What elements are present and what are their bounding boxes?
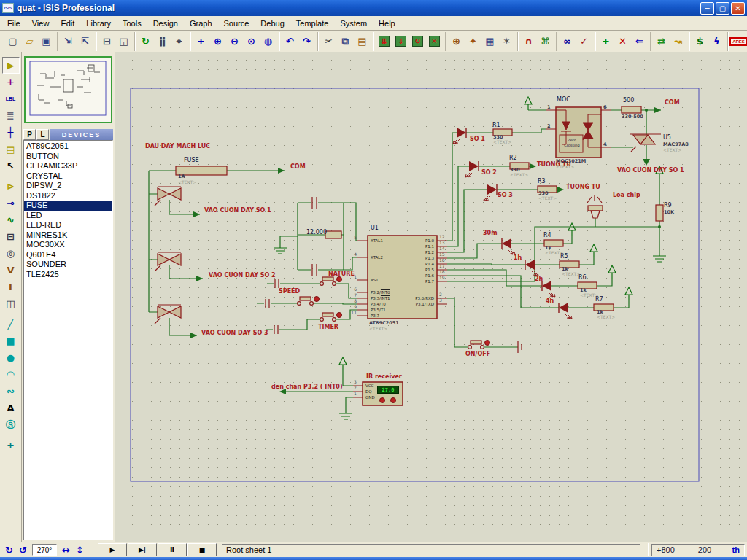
zoom-area-icon[interactable]: ◍ bbox=[260, 33, 276, 50]
pause-button[interactable]: Ⅱ bbox=[158, 543, 187, 556]
menu-debug[interactable]: Debug bbox=[255, 18, 290, 29]
voltage-probe-icon[interactable]: V bbox=[2, 262, 20, 279]
zoom-out-icon[interactable]: ⊖ bbox=[226, 33, 243, 50]
undo-icon[interactable]: ↶ bbox=[282, 33, 298, 50]
arc-2d-icon[interactable]: ◠ bbox=[2, 366, 20, 383]
electrical-rule-check-icon[interactable]: ϟ bbox=[708, 33, 725, 50]
device-list-item[interactable]: CERAMIC33P bbox=[24, 161, 112, 171]
menu-help[interactable]: Help bbox=[373, 18, 401, 29]
property-assignment-icon[interactable]: ✓ bbox=[576, 33, 592, 50]
device-list-item[interactable]: DS1822 bbox=[24, 191, 112, 201]
menu-view[interactable]: View bbox=[26, 18, 55, 29]
mirror-vertical-icon[interactable]: ↕ bbox=[73, 543, 87, 556]
intersheet-terminal-icon[interactable]: ⊳ bbox=[2, 178, 20, 195]
device-list-item[interactable]: FUSE bbox=[24, 201, 112, 211]
ares-netlist-icon[interactable]: ARES bbox=[730, 33, 747, 50]
junction-dot-icon[interactable]: + bbox=[2, 74, 20, 90]
step-button[interactable]: ▶| bbox=[128, 543, 157, 556]
new-file-icon[interactable]: ▢ bbox=[4, 33, 21, 50]
bus-icon[interactable]: ┼ bbox=[2, 124, 20, 141]
copy-block-icon[interactable]: ⇊ bbox=[376, 33, 392, 50]
device-list-item[interactable]: MOC30XX bbox=[24, 240, 112, 250]
rotate-block-icon[interactable]: ↻ bbox=[409, 33, 426, 50]
menu-file[interactable]: File bbox=[1, 18, 26, 29]
new-sheet-icon[interactable]: + bbox=[597, 33, 614, 50]
menu-graph[interactable]: Graph bbox=[184, 18, 218, 29]
pick-device-icon[interactable]: ⊕ bbox=[448, 33, 465, 50]
save-icon[interactable]: ▣ bbox=[38, 33, 55, 50]
menu-source[interactable]: Source bbox=[218, 18, 255, 29]
device-list-item[interactable]: AT89C2051 bbox=[24, 141, 112, 152]
print-icon[interactable]: ⊟ bbox=[98, 33, 115, 50]
menu-edit[interactable]: Edit bbox=[55, 18, 80, 29]
redo-icon[interactable]: ↷ bbox=[298, 33, 315, 50]
menu-template[interactable]: Template bbox=[290, 18, 335, 29]
zoom-all-icon[interactable]: ⊙ bbox=[243, 33, 260, 50]
line-2d-icon[interactable]: ╱ bbox=[2, 316, 20, 332]
close-button[interactable]: ✕ bbox=[731, 2, 745, 15]
delete-block-icon[interactable]: ✕ bbox=[426, 33, 443, 50]
pan-icon[interactable]: + bbox=[193, 33, 209, 50]
graph-mode-icon[interactable]: ∿ bbox=[2, 211, 20, 228]
symbol-2d-icon[interactable]: Ⓢ bbox=[2, 416, 20, 433]
marker-2d-icon[interactable]: + bbox=[2, 437, 20, 454]
origin-icon[interactable]: ⌖ bbox=[171, 33, 187, 50]
schematic-canvas[interactable]: 27.0 DAU DAY MACH LUCCOMVAO CUON DAY SO … bbox=[115, 52, 747, 542]
stop-button[interactable]: ■ bbox=[187, 543, 217, 556]
mirror-horizontal-icon[interactable]: ↔ bbox=[59, 543, 73, 556]
device-list-item[interactable]: SOUNDER bbox=[24, 260, 112, 270]
cut-icon[interactable]: ✂ bbox=[320, 33, 337, 50]
tape-recorder-icon[interactable]: ⊟ bbox=[2, 228, 20, 245]
netlist-icon[interactable]: ⌘ bbox=[537, 33, 554, 50]
menu-design[interactable]: Design bbox=[147, 18, 184, 29]
play-button[interactable]: ▶ bbox=[98, 543, 127, 556]
device-list-item[interactable]: LED-RED bbox=[24, 220, 112, 230]
overview-minimap[interactable] bbox=[24, 56, 112, 123]
text-2d-icon[interactable]: A bbox=[2, 400, 20, 416]
current-probe-icon[interactable]: I bbox=[2, 279, 20, 295]
device-list-item[interactable]: DIPSW_2 bbox=[24, 181, 112, 191]
zoom-in-icon[interactable]: ⊕ bbox=[209, 33, 226, 50]
menu-tools[interactable]: Tools bbox=[117, 18, 147, 29]
device-list-item[interactable]: Q601E4 bbox=[24, 250, 112, 260]
redraw-icon[interactable]: ↻ bbox=[137, 33, 154, 50]
circle-2d-icon[interactable]: ● bbox=[2, 349, 20, 366]
instant-edit-icon[interactable]: ↖ bbox=[2, 158, 20, 174]
menu-system[interactable]: System bbox=[334, 18, 373, 29]
device-list-item[interactable]: MINRES1K bbox=[24, 230, 112, 241]
wire-label-icon[interactable]: LBL bbox=[2, 90, 20, 107]
subcircuit-icon[interactable]: ▤ bbox=[2, 141, 20, 158]
zoom-to-child-icon[interactable]: ↝ bbox=[670, 33, 686, 50]
text-script-icon[interactable]: ≣ bbox=[2, 107, 20, 124]
library-manager-button[interactable]: L bbox=[36, 129, 49, 140]
rotate-cw-icon[interactable]: ↻ bbox=[2, 543, 16, 556]
minimize-button[interactable]: ─ bbox=[700, 2, 714, 15]
move-block-icon[interactable]: ⇓ bbox=[392, 33, 409, 50]
rotate-ccw-icon[interactable]: ↺ bbox=[16, 543, 30, 556]
component-mode-icon[interactable]: ▶ bbox=[2, 57, 20, 74]
maximize-button[interactable]: ▢ bbox=[716, 2, 729, 15]
remove-sheet-icon[interactable]: ✕ bbox=[614, 33, 631, 50]
export-section-icon[interactable]: ⇱ bbox=[77, 33, 93, 50]
device-list-item[interactable]: BUTTON bbox=[24, 152, 112, 162]
menu-library[interactable]: Library bbox=[80, 18, 117, 29]
device-list-item[interactable]: CRYSTAL bbox=[24, 171, 112, 182]
virtual-instrument-icon[interactable]: ◫ bbox=[2, 295, 20, 312]
wire-autorouter-icon[interactable]: ∩ bbox=[520, 33, 537, 50]
device-pin-icon[interactable]: ⊸ bbox=[2, 195, 20, 211]
paste-icon[interactable]: ▤ bbox=[354, 33, 371, 50]
packaging-tool-icon[interactable]: ▦ bbox=[481, 33, 498, 50]
open-folder-icon[interactable]: ▱ bbox=[21, 33, 38, 50]
generator-icon[interactable]: ◎ bbox=[2, 245, 20, 262]
box-2d-icon[interactable]: ■ bbox=[2, 332, 20, 349]
device-list-item[interactable]: LED bbox=[24, 211, 112, 221]
mark-output-area-icon[interactable]: ◱ bbox=[115, 33, 132, 50]
copy-icon[interactable]: ⧉ bbox=[337, 33, 354, 50]
goto-parent-sheet-icon[interactable]: ⇐ bbox=[631, 33, 648, 50]
make-device-icon[interactable]: ✦ bbox=[465, 33, 481, 50]
search-tag-icon[interactable]: ∞ bbox=[559, 33, 576, 50]
goto-sheet-icon[interactable]: ⇄ bbox=[653, 33, 670, 50]
rotation-angle-field[interactable]: 270° bbox=[32, 544, 57, 556]
device-list-item[interactable]: TLE2425 bbox=[24, 270, 112, 280]
toggle-grid-icon[interactable]: ⣿ bbox=[154, 33, 171, 50]
